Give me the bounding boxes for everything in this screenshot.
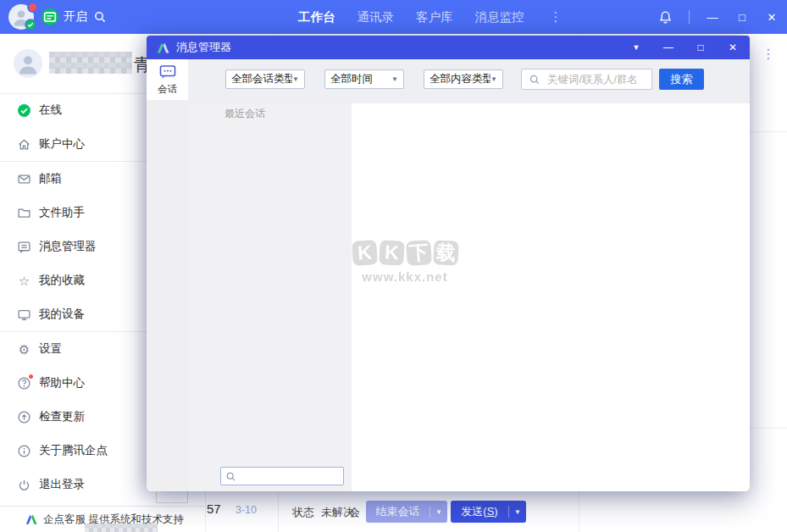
online-check-icon: [17, 103, 31, 118]
home-icon: [17, 137, 31, 152]
message-icon: [17, 240, 31, 254]
nav-contacts[interactable]: 通讯录: [357, 9, 395, 25]
chevron-down-icon: ▼: [391, 75, 398, 83]
qidian-logo: [25, 513, 38, 525]
send-button[interactable]: 发送(S) ▼: [451, 501, 526, 523]
modal-filterbar: 全部会话类型 ▼ 全部时间 ▼ 全部内容类型 ▼: [188, 59, 750, 104]
toggle-label[interactable]: 开启: [64, 9, 87, 25]
help-notification-dot: [29, 374, 33, 379]
session-count: 57: [207, 502, 221, 516]
card-badge-icon[interactable]: [42, 8, 58, 25]
list-header: 最近会话: [224, 107, 265, 121]
nav-customer-library[interactable]: 客户库: [416, 9, 453, 25]
profile-avatar[interactable]: [14, 49, 42, 78]
recent-conversation-panel: 最近会话: [188, 103, 352, 491]
card-icon: [42, 8, 58, 25]
blurred-username: [49, 52, 132, 74]
info-icon: [17, 444, 31, 458]
folder-icon: [17, 206, 31, 220]
bell-icon[interactable]: [658, 10, 673, 25]
filter-time-dropdown[interactable]: 全部时间 ▼: [324, 69, 404, 89]
update-icon: [17, 410, 31, 424]
nav-workbench[interactable]: 工作台: [298, 9, 335, 25]
partial-label: 会: [349, 505, 360, 520]
minimize-icon[interactable]: —: [706, 11, 719, 24]
end-session-button[interactable]: 结束会话 ▼: [366, 501, 447, 523]
search-icon: [225, 471, 236, 482]
modal-title: 消息管理器: [176, 40, 624, 55]
maximize-icon[interactable]: □: [694, 42, 707, 53]
close-icon[interactable]: ✕: [765, 11, 779, 24]
search-icon: [529, 74, 540, 86]
app-window: 开启 工作台 通讯录 客户库 消息监控 ⋮ — □ ✕: [0, 0, 787, 532]
search-icon[interactable]: [93, 10, 107, 24]
person-icon: [15, 51, 41, 76]
main-nav: 工作台 通讯录 客户库 消息监控 ⋮: [298, 0, 563, 34]
keyword-search-input[interactable]: [546, 73, 645, 86]
maximize-icon[interactable]: □: [735, 11, 749, 24]
star-icon: ☆: [17, 274, 31, 288]
more-vertical-icon[interactable]: ⋮: [762, 46, 775, 62]
nav-message-monitor[interactable]: 消息监控: [475, 9, 524, 25]
conversation-icon: [159, 64, 176, 80]
help-icon: [17, 376, 31, 391]
power-icon: [17, 478, 31, 492]
notification-dot: [27, 2, 38, 13]
filter-content-type-dropdown[interactable]: 全部内容类型 ▼: [424, 69, 503, 89]
conversation-detail-area: [352, 103, 750, 491]
gear-icon: ⚙: [17, 342, 31, 357]
chevron-down-icon: ▼: [292, 75, 299, 83]
close-icon[interactable]: ✕: [726, 42, 740, 53]
list-filter-input[interactable]: [240, 469, 339, 483]
keyword-search-box: [521, 69, 652, 90]
modal-titlebar: 消息管理器 ▼ — □ ✕: [147, 36, 750, 59]
divider: [689, 10, 690, 24]
tab-conversation[interactable]: 会话: [147, 59, 188, 100]
chevron-down-icon[interactable]: ▼: [629, 43, 643, 52]
list-filter-box: [220, 467, 344, 485]
blurred-region: [85, 524, 158, 532]
window-controls: — □ ✕: [658, 0, 779, 34]
online-status-badge: [25, 19, 36, 30]
monitor-icon: [17, 308, 31, 322]
chevron-down-icon[interactable]: ▼: [430, 508, 447, 516]
minimize-icon[interactable]: —: [662, 42, 675, 53]
pager-text: 3-10: [236, 504, 257, 516]
search-button[interactable]: 搜索: [659, 69, 704, 90]
modal-side-tabs: 会话: [147, 59, 189, 491]
message-manager-window: 消息管理器 ▼ — □ ✕ 会话: [147, 36, 750, 491]
envelope-icon: [17, 172, 31, 186]
collapsed-panel-edge: [156, 490, 188, 503]
modal-body: 会话 全部会话类型 ▼ 全部时间 ▼ 全部内容类型 ▼: [147, 59, 750, 491]
chevron-down-icon: ▼: [490, 75, 497, 83]
status-label: 状态: [292, 505, 314, 520]
filter-conversation-type-dropdown[interactable]: 全部会话类型 ▼: [225, 69, 305, 89]
modal-window-controls: ▼ — □ ✕: [629, 42, 740, 53]
main-titlebar: 开启 工作台 通讯录 客户库 消息监控 ⋮ — □ ✕: [0, 0, 787, 34]
qidian-logo: [157, 42, 170, 54]
more-vertical-icon[interactable]: ⋮: [550, 9, 563, 25]
chevron-down-icon[interactable]: ▼: [509, 508, 526, 516]
